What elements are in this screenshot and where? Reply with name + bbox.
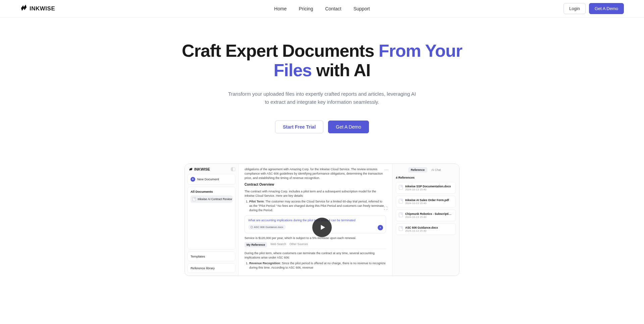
play-icon: [319, 224, 326, 231]
source-chip-label: ASC 606 Guidance.docx: [254, 225, 283, 229]
reference-name: Inkwise SSP Documentation.docx: [405, 185, 451, 188]
brand-logo[interactable]: INKWISE: [20, 4, 55, 13]
list-item: Revenue Recognition: Since the pilot per…: [249, 261, 386, 270]
contract-overview-heading: Contract Overview: [245, 182, 386, 187]
more-icon[interactable]: ⋯: [384, 167, 389, 173]
tab-my-reference[interactable]: My Reference: [245, 242, 267, 247]
reference-name: Chipmunk Robotics - Subscriptions Term..…: [405, 212, 453, 216]
reference-date: 2024-10-13 15:40: [405, 216, 453, 219]
brand-name: INKWISE: [30, 5, 55, 12]
expand-icon[interactable]: ⛶: [384, 206, 387, 211]
play-button[interactable]: [312, 218, 332, 237]
hero-title-part2: with AI: [312, 60, 370, 80]
header-actions: Login Get A Demo: [564, 3, 624, 14]
file-icon: [399, 185, 403, 190]
new-document-button[interactable]: + New Document: [187, 174, 235, 185]
preview-main: ⋯ obligations of the agreement with Amaz…: [238, 164, 392, 276]
preview-sidebar: INKWISE + New Document All Documents Ink…: [185, 164, 238, 276]
price-line: Service is $120,000 per year, which is s…: [245, 236, 386, 240]
hero-demo-button[interactable]: Get A Demo: [328, 121, 369, 133]
reference-date: 2024-10-13 15:40: [405, 229, 438, 232]
reference-body: ASC 606 Guidance.docx 2024-10-13 15:40: [405, 226, 438, 232]
arrow-up-icon: [379, 226, 382, 229]
plus-icon: +: [191, 177, 195, 182]
send-button[interactable]: [378, 225, 383, 230]
reference-count: 4 References: [396, 176, 456, 179]
nav-support[interactable]: Support: [354, 6, 370, 11]
reference-body: Chipmunk Robotics - Subscriptions Term..…: [405, 212, 453, 219]
all-documents-heading: All Documents: [191, 190, 232, 193]
reference-date: 2024-10-13 15:40: [405, 188, 451, 191]
tab-web-search[interactable]: Web Search: [270, 242, 286, 247]
collapse-sidebar-icon[interactable]: [231, 167, 235, 171]
right-panel-tabs: Reference AI Chat: [396, 167, 456, 173]
start-free-trial-button[interactable]: Start Free Trial: [275, 121, 323, 133]
reference-library-button[interactable]: Reference library: [187, 263, 235, 273]
reference-body: Inkwise AI Sales Order Form.pdf 2024-10-…: [405, 198, 449, 205]
hero-section: Craft Expert Documents From Your Files w…: [154, 17, 490, 147]
sidebar-bottom: Templates Reference library: [187, 251, 235, 273]
new-document-label: New Document: [197, 177, 219, 181]
nav-pricing[interactable]: Pricing: [299, 6, 313, 11]
source-chip[interactable]: ASC 606 Guidance.docx: [248, 225, 286, 230]
templates-button[interactable]: Templates: [187, 251, 235, 261]
hero-title: Craft Expert Documents From Your Files w…: [161, 41, 483, 80]
all-documents-card: All Documents Inkwise AI Contract Review…: [187, 187, 235, 249]
app-preview: INKWISE + New Document All Documents Ink…: [184, 164, 460, 276]
reference-date: 2024-10-13 15:40: [405, 202, 449, 205]
main-nav: Home Pricing Contact Support: [274, 6, 370, 11]
reference-name: ASC 606 Guidance.docx: [405, 226, 438, 229]
reference-name: Inkwise AI Sales Order Form.pdf: [405, 198, 449, 202]
header-demo-button[interactable]: Get A Demo: [589, 3, 624, 14]
nav-contact[interactable]: Contact: [325, 6, 341, 11]
overview-list: Pilot Term: The customer may access the …: [245, 199, 386, 213]
document-list-item[interactable]: Inkwise AI Contract Review ...: [191, 195, 232, 203]
reference-item[interactable]: ASC 606 Guidance.docx 2024-10-13 15:40: [396, 223, 456, 235]
reference-item[interactable]: Inkwise SSP Documentation.docx 2024-10-1…: [396, 182, 456, 194]
reference-item[interactable]: Inkwise AI Sales Order Form.pdf 2024-10-…: [396, 196, 456, 207]
preview-logo: INKWISE: [187, 167, 235, 172]
overview-text: The contract with Amazing Corp. includes…: [245, 189, 386, 198]
file-icon: [399, 199, 403, 203]
preview-brand: INKWISE: [194, 167, 210, 171]
nav-home[interactable]: Home: [274, 6, 286, 11]
reference-body: Inkwise SSP Documentation.docx 2024-10-1…: [405, 185, 451, 191]
site-header: INKWISE Home Pricing Contact Support Log…: [0, 0, 644, 17]
document-icon: [193, 197, 196, 201]
file-icon: [399, 213, 403, 217]
logo-mark-icon: [189, 167, 193, 171]
rr-list: Revenue Recognition: Since the pilot per…: [245, 261, 386, 270]
revenue-recognition-label: Revenue Recognition: [249, 262, 280, 265]
hero-ctas: Start Free Trial Get A Demo: [161, 121, 483, 133]
document-item-label: Inkwise AI Contract Review ...: [198, 197, 232, 201]
preview-right-panel: Reference AI Chat 4 References Inkwise S…: [392, 164, 459, 276]
pilot-term-label: Pilot Term: [249, 200, 264, 203]
hero-title-part1: Craft Expert Documents: [182, 41, 379, 60]
tab-ai-chat[interactable]: AI Chat: [429, 167, 443, 173]
tab-other-sources[interactable]: Other Sources: [289, 242, 308, 247]
reference-item[interactable]: Chipmunk Robotics - Subscriptions Term..…: [396, 210, 456, 221]
login-button[interactable]: Login: [564, 3, 586, 14]
logo-mark-icon: [20, 4, 28, 13]
list-item: Pilot Term: The customer may access the …: [249, 199, 386, 213]
hero-subtitle: Transform your uploaded files into exper…: [228, 90, 416, 106]
pilot-term-text: : The customer may access the Cloud Serv…: [249, 200, 384, 212]
file-icon: [399, 226, 403, 231]
source-tabs: My Reference Web Search Other Sources: [245, 242, 386, 249]
intro-text: obligations of the agreement with Amazin…: [245, 167, 386, 180]
tab-reference[interactable]: Reference: [408, 167, 427, 173]
rr-text: During the pilot term, where customers c…: [245, 251, 386, 260]
